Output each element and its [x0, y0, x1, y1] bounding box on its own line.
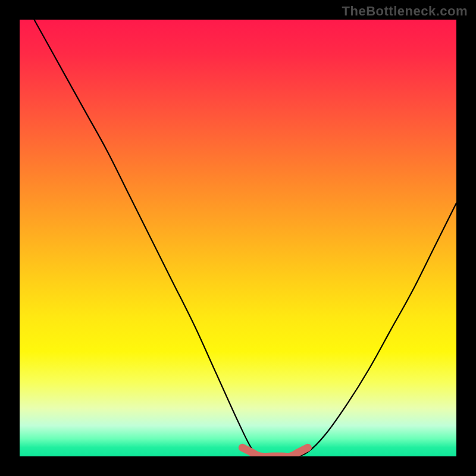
curve-layer	[20, 20, 456, 456]
watermark-text: TheBottleneck.com	[342, 4, 468, 19]
plot-area	[20, 20, 456, 456]
bottleneck-curve	[20, 20, 456, 456]
optimal-band	[242, 447, 308, 456]
chart-frame: TheBottleneck.com	[0, 0, 476, 476]
